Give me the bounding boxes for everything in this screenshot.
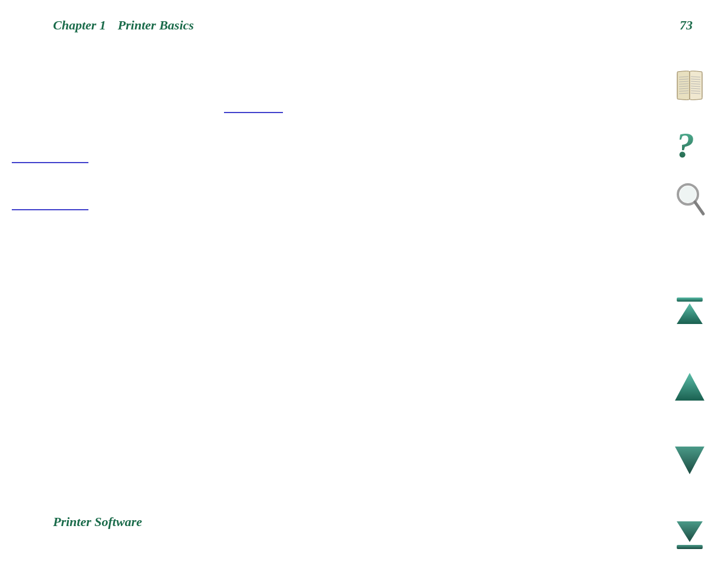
search-icon-button[interactable] <box>669 180 710 221</box>
svg-marker-30 <box>677 303 703 324</box>
header-left: Chapter 1 Printer Basics <box>53 18 194 33</box>
page-footer: Printer Software <box>53 514 142 530</box>
navigate-previous-button[interactable] <box>669 365 710 406</box>
help-icon: ? <box>671 123 708 166</box>
chapter-title: Printer Basics <box>118 18 194 33</box>
link-underline-1[interactable] <box>224 104 283 113</box>
navigate-previous-icon <box>672 370 707 402</box>
book-icon-button[interactable] <box>669 65 710 106</box>
svg-point-27 <box>680 186 696 203</box>
sidebar-icons: ? <box>669 65 710 227</box>
svg-rect-34 <box>677 545 703 549</box>
navigate-last-button[interactable] <box>669 513 710 554</box>
svg-text:?: ? <box>676 125 694 165</box>
link-item-1[interactable] <box>224 104 283 115</box>
svg-rect-29 <box>677 297 703 302</box>
navigate-first-icon <box>672 295 707 330</box>
page-number: 73 <box>680 18 693 33</box>
svg-marker-33 <box>677 521 703 542</box>
navigation-arrows <box>669 259 710 554</box>
svg-line-28 <box>695 202 703 214</box>
link-underline-3[interactable] <box>12 201 88 210</box>
navigate-next-icon <box>672 444 707 476</box>
navigate-last-icon <box>672 515 707 551</box>
navigate-first-button[interactable] <box>669 292 710 333</box>
chapter-label: Chapter 1 <box>53 18 106 33</box>
footer-label: Printer Software <box>53 514 142 529</box>
navigate-next-button[interactable] <box>669 439 710 480</box>
link-underline-2[interactable] <box>12 154 88 163</box>
search-icon <box>674 181 706 220</box>
link-item-3[interactable] <box>12 201 88 216</box>
book-icon <box>671 67 708 104</box>
help-icon-button[interactable]: ? <box>669 124 710 165</box>
svg-marker-31 <box>675 373 704 401</box>
page-header: Chapter 1 Printer Basics 73 <box>0 0 728 39</box>
page-content <box>0 39 728 510</box>
link-item-2[interactable] <box>12 154 88 168</box>
svg-marker-32 <box>675 447 704 474</box>
